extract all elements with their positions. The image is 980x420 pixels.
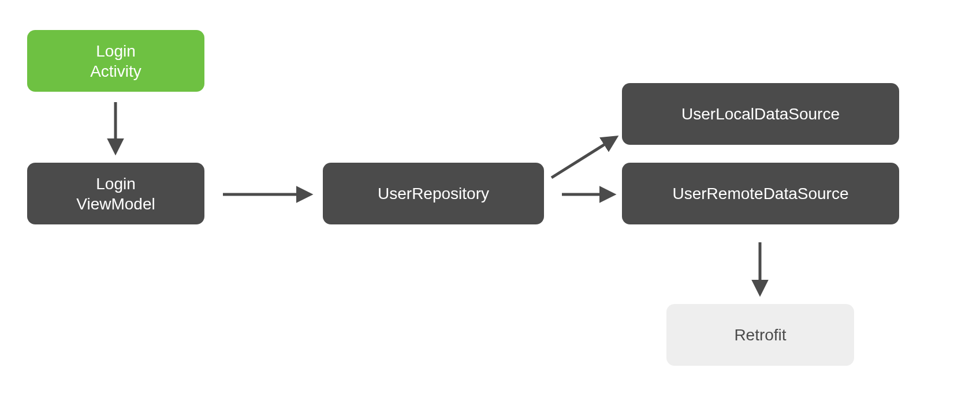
node-label: Retrofit bbox=[734, 325, 786, 345]
arrow-userRepository-to-userLocalDataSource bbox=[552, 138, 615, 178]
node-retrofit: Retrofit bbox=[666, 304, 854, 366]
node-label: Login ViewModel bbox=[76, 174, 155, 214]
text-line: ViewModel bbox=[76, 195, 155, 213]
node-user-repository: UserRepository bbox=[323, 163, 544, 224]
text-line: Activity bbox=[90, 62, 141, 80]
node-user-remote-data-source: UserRemoteDataSource bbox=[622, 163, 899, 224]
text-line: Login bbox=[96, 42, 136, 60]
node-label: Login Activity bbox=[90, 41, 141, 81]
node-login-viewmodel: Login ViewModel bbox=[27, 163, 204, 224]
node-label: UserLocalDataSource bbox=[681, 104, 840, 124]
node-label: UserRemoteDataSource bbox=[672, 183, 848, 204]
node-login-activity: Login Activity bbox=[27, 30, 204, 92]
node-label: UserRepository bbox=[378, 183, 489, 204]
text-line: Login bbox=[96, 175, 136, 193]
node-user-local-data-source: UserLocalDataSource bbox=[622, 83, 899, 145]
